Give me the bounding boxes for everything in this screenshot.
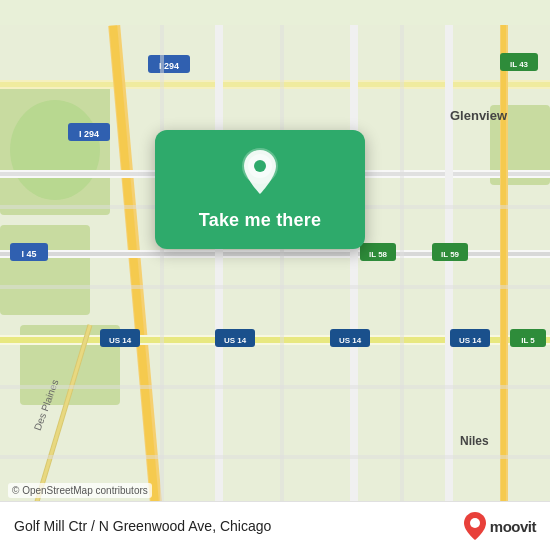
location-pin-icon bbox=[238, 146, 282, 198]
location-label: Golf Mill Ctr / N Greenwood Ave, Chicago bbox=[14, 518, 271, 534]
action-card: Take me there bbox=[155, 130, 365, 249]
map-container: I 294 I 294 IL 43 IL 58 IL 59 US 14 US 1… bbox=[0, 0, 550, 550]
svg-text:Glenview: Glenview bbox=[450, 108, 508, 123]
svg-text:US 14: US 14 bbox=[459, 336, 482, 345]
svg-text:IL 59: IL 59 bbox=[441, 250, 460, 259]
svg-rect-48 bbox=[160, 25, 164, 525]
svg-rect-18 bbox=[445, 25, 453, 525]
svg-text:I 45: I 45 bbox=[21, 249, 36, 259]
svg-text:I 294: I 294 bbox=[79, 129, 99, 139]
svg-rect-52 bbox=[0, 285, 550, 289]
svg-text:US 14: US 14 bbox=[109, 336, 132, 345]
bottom-bar: Golf Mill Ctr / N Greenwood Ave, Chicago… bbox=[0, 501, 550, 550]
moovit-pin-icon bbox=[464, 512, 486, 540]
moovit-wordmark: moovit bbox=[490, 518, 536, 535]
svg-text:IL 43: IL 43 bbox=[510, 60, 529, 69]
location-icon-wrapper bbox=[238, 146, 282, 202]
svg-point-4 bbox=[10, 100, 100, 200]
svg-rect-16 bbox=[215, 25, 223, 525]
copyright-text: © OpenStreetMap contributors bbox=[8, 483, 152, 498]
svg-text:US 14: US 14 bbox=[224, 336, 247, 345]
svg-rect-17 bbox=[350, 25, 358, 525]
svg-rect-50 bbox=[400, 25, 404, 525]
svg-rect-49 bbox=[280, 25, 284, 525]
svg-text:IL 5: IL 5 bbox=[521, 336, 535, 345]
svg-rect-7 bbox=[0, 82, 550, 87]
svg-rect-53 bbox=[0, 385, 550, 389]
map-background: I 294 I 294 IL 43 IL 58 IL 59 US 14 US 1… bbox=[0, 0, 550, 550]
svg-text:US 14: US 14 bbox=[339, 336, 362, 345]
svg-point-57 bbox=[254, 160, 266, 172]
svg-rect-20 bbox=[501, 25, 506, 525]
take-me-there-button[interactable]: Take me there bbox=[199, 210, 321, 231]
moovit-logo: moovit bbox=[464, 512, 536, 540]
svg-text:IL 58: IL 58 bbox=[369, 250, 388, 259]
svg-rect-54 bbox=[0, 455, 550, 459]
svg-text:Niles: Niles bbox=[460, 434, 489, 448]
svg-point-58 bbox=[470, 518, 480, 528]
svg-rect-2 bbox=[0, 225, 90, 315]
